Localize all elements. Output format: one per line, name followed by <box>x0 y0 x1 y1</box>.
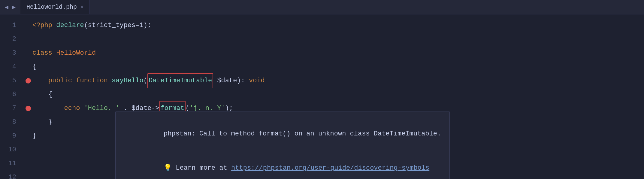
tooltip-url[interactable]: https://phpstan.org/user-guide/discoveri… <box>231 164 429 172</box>
editor: ◀ ▶ HelloWorld.php × 1 2 3 4 5 6 7 8 9 1… <box>0 0 644 179</box>
tooltip-line-2: 💡 Learn more at https://phpstan.org/user… <box>124 151 441 179</box>
code-line-2 <box>24 32 644 46</box>
code-line-6: { <box>24 88 644 102</box>
token: { <box>32 88 52 102</box>
token: sayHello <box>112 74 144 88</box>
token: } <box>32 129 36 143</box>
tooltip-line-1: phpstan: Call to method format() on an u… <box>124 117 441 151</box>
code-content: <?php declare(strict_types=1); class Hel… <box>22 14 644 179</box>
token: void <box>249 74 265 88</box>
code-line-3: class HelloWorld <box>24 46 644 60</box>
token-datetimeimutable: DateTimeImutable <box>147 73 213 88</box>
back-arrow[interactable]: ◀ <box>4 3 10 11</box>
line-num-10: 10 <box>0 143 16 157</box>
token: function <box>76 74 112 88</box>
bp-col-7 <box>24 106 32 111</box>
code-line-4: { <box>24 60 644 74</box>
forward-arrow[interactable]: ▶ <box>11 3 17 11</box>
token: echo <box>32 102 84 115</box>
token: (strict_types=1); <box>84 19 151 32</box>
token: { <box>32 60 36 74</box>
breakpoint-7 <box>26 106 31 111</box>
tab-helloworld[interactable]: HelloWorld.php × <box>20 0 90 14</box>
line-num-12: 12 <box>0 171 16 179</box>
tooltip-text-1: phpstan: Call to method format() on an u… <box>164 130 441 138</box>
token: } <box>32 115 52 129</box>
line-numbers: 1 2 3 4 5 6 7 8 9 10 11 12 <box>0 14 22 179</box>
line-num-3: 3 <box>0 46 16 60</box>
token: <?php <box>32 19 56 32</box>
line-num-5: 5 <box>0 74 16 88</box>
nav-arrows: ◀ ▶ <box>0 3 20 11</box>
token: $date): <box>213 74 249 88</box>
tab-filename: HelloWorld.php <box>26 4 77 11</box>
token: ( <box>144 74 147 88</box>
line-num-8: 8 <box>0 115 16 129</box>
breakpoint-5 <box>26 78 31 83</box>
code-line-5: public function sayHello(DateTimeImutabl… <box>24 74 644 88</box>
code-area: 1 2 3 4 5 6 7 8 9 10 11 12 <?php declare… <box>0 14 644 179</box>
token: public <box>32 74 76 88</box>
line-num-11: 11 <box>0 157 16 171</box>
phpstan-tooltip: phpstan: Call to method format() on an u… <box>115 111 450 179</box>
tab-bar: ◀ ▶ HelloWorld.php × <box>0 0 644 14</box>
token: HelloWorld <box>56 46 96 60</box>
token: declare <box>56 19 84 32</box>
line-num-6: 6 <box>0 88 16 102</box>
line-num-2: 2 <box>0 32 16 46</box>
code-line-1: <?php declare(strict_types=1); <box>24 19 644 32</box>
line-num-9: 9 <box>0 129 16 143</box>
token: class <box>32 46 56 60</box>
line-num-4: 4 <box>0 60 16 74</box>
line-num-7: 7 <box>0 102 16 115</box>
token: 'Hello, ' <box>84 102 120 115</box>
line-num-1: 1 <box>0 19 16 32</box>
tooltip-prefix: 💡 Learn more at <box>164 164 231 172</box>
tab-close-icon[interactable]: × <box>80 5 83 10</box>
bp-col-5 <box>24 78 32 83</box>
